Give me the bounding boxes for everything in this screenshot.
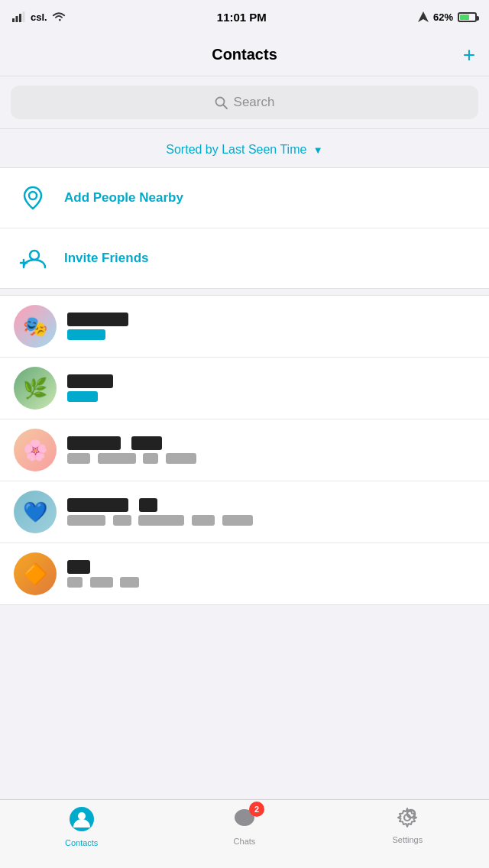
contact-item[interactable]: 🔶 [0,543,489,604]
tab-chats[interactable]: 2 Chats [163,806,325,846]
page-title: Contacts [212,46,277,63]
contact-status [67,390,475,403]
tab-chats-label: Chats [234,837,256,846]
search-placeholder: Search [234,95,275,110]
contact-info [67,498,475,526]
contact-item[interactable]: 🎭 [0,296,489,358]
sort-label[interactable]: Sorted by Last Seen Time ▼ [166,143,322,156]
location-pin-icon [14,179,52,217]
signal-icon [12,11,26,22]
svg-rect-1 [16,16,18,22]
carrier-text: csl. [31,11,47,23]
svg-point-11 [78,812,86,820]
svg-rect-0 [12,18,15,22]
settings-tab-icon-wrap [396,806,419,832]
contact-info [67,374,475,403]
contact-item[interactable]: 🌸 [0,419,489,481]
contact-status [67,329,475,341]
status-left: csl. [12,11,66,23]
search-icon [215,96,228,109]
contact-status [67,514,475,526]
avatar: 🔶 [14,552,57,595]
tab-settings-label: Settings [392,835,423,844]
contact-item[interactable]: 🌿 [0,358,489,419]
contact-name [67,498,475,512]
tab-settings[interactable]: Settings [326,806,489,844]
avatar: 🌿 [14,367,57,410]
contact-name [67,560,475,574]
svg-point-4 [215,97,224,105]
contact-info [67,436,475,465]
battery-icon [458,12,477,22]
contact-status [67,452,475,465]
chats-tab-icon-wrap: 2 [232,806,257,834]
contact-status [67,576,475,588]
status-bar: csl. 11:01 PM 62% [0,0,489,34]
svg-rect-3 [23,11,25,22]
add-nearby-text: Add People Nearby [64,190,475,206]
invite-friends-text: Invite Friends [64,251,475,266]
tab-bar: Contacts 2 Chats Settings [0,799,489,868]
svg-point-6 [29,192,37,199]
contact-item[interactable]: 💙 [0,481,489,543]
list-section: Add People Nearby Invite Friends [0,167,489,289]
contact-name [67,374,475,388]
svg-line-5 [223,105,227,108]
search-container: Search [0,76,489,129]
add-people-nearby-item[interactable]: Add People Nearby [0,168,489,228]
contacts-list: 🎭 🌿 🌸 [0,295,489,605]
nav-header: Contacts + [0,34,489,76]
sort-row[interactable]: Sorted by Last Seen Time ▼ [0,129,489,167]
location-icon [418,11,429,22]
status-time: 11:01 PM [217,11,267,24]
avatar: 🌸 [14,429,57,471]
contact-info [67,560,475,588]
svg-rect-2 [19,14,21,22]
tab-contacts-label: Contacts [65,838,98,847]
wifi-icon [52,11,66,22]
status-right: 62% [418,11,477,23]
search-bar[interactable]: Search [11,86,478,119]
contact-name [67,313,475,326]
contacts-tab-icon-wrap [69,806,95,835]
invite-icon [14,239,52,277]
tab-contacts[interactable]: Contacts [0,806,163,847]
invite-friends-item[interactable]: Invite Friends [0,228,489,288]
avatar: 🎭 [14,305,57,348]
contact-name [67,436,475,450]
avatar: 💙 [14,491,57,533]
svg-point-7 [30,251,39,260]
battery-percent: 62% [433,11,453,23]
contact-info [67,313,475,341]
add-contact-button[interactable]: + [463,44,475,66]
sort-arrow-icon: ▼ [313,144,323,156]
person-icon [69,806,95,832]
chats-badge: 2 [249,802,264,817]
gear-icon [396,806,419,829]
